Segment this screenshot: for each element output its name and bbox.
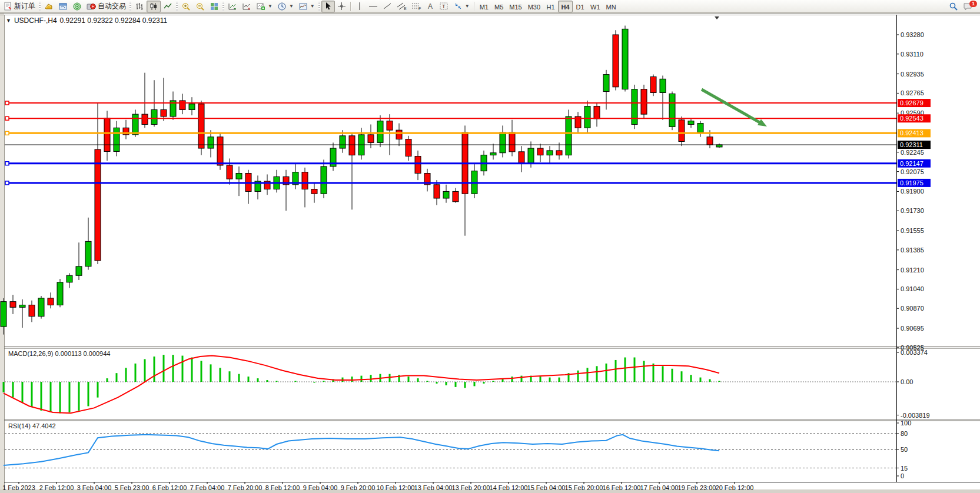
chart-ohlc-header: ▼ USDCHF-,H4 0.92291 0.92322 0.92284 0.9… (6, 16, 167, 25)
fibonacci-button[interactable]: F (409, 1, 424, 12)
resistance-line-1-anchor[interactable] (5, 101, 9, 105)
bull-candle (490, 153, 496, 155)
timeframe-m30[interactable]: M30 (525, 1, 543, 12)
ohlc-bars-icon (135, 2, 144, 11)
macd-histogram-bar (97, 382, 99, 398)
timeframe-m15[interactable]: M15 (506, 1, 524, 12)
arrows-shapes-button[interactable]: ▼ (451, 1, 472, 12)
new-order-button[interactable]: 新订单 (1, 1, 38, 12)
equidistant-channel-button[interactable]: E (394, 1, 409, 12)
indicators-button[interactable]: ▼ (254, 1, 275, 12)
candlestick-chart-button[interactable] (147, 1, 161, 12)
line-chart-button[interactable] (161, 1, 175, 12)
autotrade-button[interactable]: 自动交易 (84, 1, 128, 12)
text-button[interactable]: A (424, 1, 437, 12)
macd-histogram-bar (690, 375, 692, 382)
date-axis-label: 8 Feb 12:00 (265, 484, 300, 491)
rsi-axis-label: 50 (901, 446, 908, 453)
profiles-button[interactable] (56, 1, 70, 12)
macd-histogram-bar (88, 382, 89, 406)
symbol-dropdown-icon[interactable]: ▼ (6, 18, 11, 24)
date-axis-label: 1 Feb 2023 (2, 484, 35, 491)
auto-scroll-button[interactable] (225, 1, 240, 12)
date-axis-label: 20 Feb 12:00 (716, 484, 754, 491)
caret-down-icon: ▼ (310, 4, 315, 9)
macd-histogram-bar (220, 368, 221, 382)
price-chart[interactable]: MACD(12,26,9) 0.000113 0.000944RSI(14) 4… (0, 14, 980, 493)
price-axis-label: 0.90695 (901, 325, 924, 332)
timeframe-w1[interactable]: W1 (587, 1, 603, 12)
bull-candle (566, 116, 572, 155)
zoom-out-button[interactable] (193, 1, 207, 12)
crosshair-button[interactable] (335, 1, 348, 12)
clock-icon (277, 2, 287, 11)
trendline-button[interactable] (380, 1, 394, 12)
horizontal-line-button[interactable] (366, 1, 380, 12)
date-axis-label: 9 Feb 04:00 (303, 484, 338, 491)
macd-histogram-bar (587, 368, 589, 382)
price-axis-label: 0.91900 (901, 188, 924, 195)
chart-window: ▼ USDCHF-,H4 0.92291 0.92322 0.92284 0.9… (0, 13, 980, 493)
macd-histogram-bar (163, 355, 165, 382)
timeframe-d1[interactable]: D1 (573, 1, 587, 12)
zoom-in-button[interactable] (179, 1, 193, 12)
add-indicator-icon (256, 2, 265, 11)
search-button[interactable] (946, 1, 961, 12)
date-axis-label: 13 Feb 04:00 (414, 484, 453, 491)
horizontal-line-icon (368, 2, 378, 11)
date-axis-label: 7 Feb 20:00 (228, 484, 263, 491)
bear-candle (198, 104, 204, 148)
date-axis-label: 7 Feb 04:00 (190, 484, 225, 491)
support-line-2-anchor[interactable] (5, 181, 9, 185)
bear-candle (302, 172, 308, 189)
charts-button[interactable] (42, 1, 56, 12)
bear-candle (217, 137, 223, 165)
market-watch-button[interactable] (70, 1, 84, 12)
macd-histogram-bar (700, 378, 702, 382)
macd-histogram-bar (464, 382, 466, 388)
price-axis-label: 0.93280 (901, 31, 924, 38)
chart-shift-button[interactable] (240, 1, 254, 12)
macd-histogram-bar (474, 382, 476, 386)
macd-histogram-bar (672, 369, 673, 382)
timeframe-buttons: M1M5M15M30H1H4D1W1MN (477, 1, 619, 12)
line-chart-icon (163, 2, 172, 11)
text-label-button[interactable]: T (437, 1, 451, 12)
macd-histogram-bar (59, 382, 61, 413)
bear-candle (48, 298, 54, 305)
cursor-button[interactable] (321, 1, 335, 12)
resistance-line-2-anchor[interactable] (5, 116, 9, 120)
bear-candle (453, 191, 459, 201)
macd-histogram-bar (427, 381, 428, 382)
bar-chart-button[interactable] (132, 1, 147, 12)
date-axis-label: 19 Feb 23:00 (678, 484, 716, 491)
timeframe-m1[interactable]: M1 (477, 1, 491, 12)
crosshair-icon (337, 2, 346, 11)
timeframe-h4[interactable]: H4 (558, 1, 573, 12)
tile-windows-button[interactable] (207, 1, 221, 12)
svg-text:E: E (404, 6, 407, 11)
timeframe-h1[interactable]: H1 (543, 1, 558, 12)
notifications-button[interactable]: 1 (961, 1, 975, 12)
macd-histogram-bar (511, 377, 513, 382)
macd-histogram-bar (681, 371, 683, 382)
templates-button[interactable]: ▼ (296, 1, 317, 12)
toolbar-grip (222, 2, 224, 11)
macd-histogram-bar (417, 378, 419, 382)
timeframe-mn[interactable]: MN (603, 1, 619, 12)
price-axis-label: 0.91040 (901, 285, 924, 292)
pivot-line-anchor[interactable] (5, 131, 9, 135)
bull-candle (660, 79, 666, 92)
toolbar-separator (474, 2, 475, 11)
timeframe-m5[interactable]: M5 (491, 1, 506, 12)
macd-histogram-bar (22, 382, 24, 403)
bear-candle (613, 35, 619, 87)
bull-candle (669, 94, 675, 126)
vertical-line-button[interactable] (353, 1, 366, 12)
support-line-1-anchor[interactable] (5, 162, 9, 165)
bull-candle (547, 151, 553, 155)
price-axis-label: 0.92765 (901, 89, 924, 96)
date-axis-label: 9 Feb 20:00 (341, 484, 376, 491)
periods-button[interactable]: ▼ (275, 1, 296, 12)
macd-histogram-bar (662, 366, 664, 382)
